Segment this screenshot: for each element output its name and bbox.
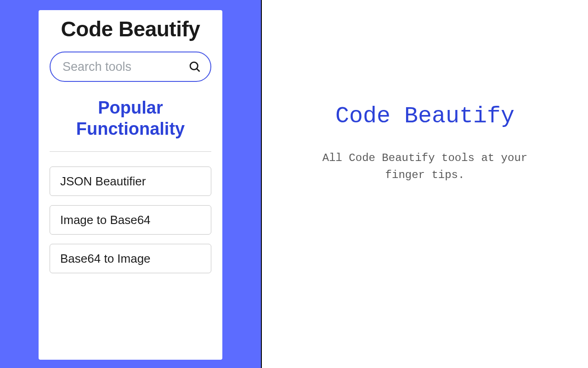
divider xyxy=(50,151,211,152)
search-wrapper xyxy=(50,52,211,82)
tool-image-to-base64[interactable]: Image to Base64 xyxy=(50,205,211,235)
hero-panel: Code Beautify All Code Beautify tools at… xyxy=(262,0,588,368)
hero-subtitle: All Code Beautify tools at your finger t… xyxy=(301,150,549,184)
hero-title: Code Beautify xyxy=(335,103,514,129)
tool-list: JSON Beautifier Image to Base64 Base64 t… xyxy=(50,167,211,273)
tool-label: JSON Beautifier xyxy=(60,174,146,189)
tool-label: Image to Base64 xyxy=(60,213,151,227)
tool-base64-to-image[interactable]: Base64 to Image xyxy=(50,244,211,273)
showcase-panel: Code Beautify Popular Functionality JSON… xyxy=(0,0,262,368)
tool-label: Base64 to Image xyxy=(60,252,151,266)
app-title: Code Beautify xyxy=(61,17,200,41)
section-heading: Popular Functionality xyxy=(50,98,211,139)
phone-preview-card: Code Beautify Popular Functionality JSON… xyxy=(39,10,222,360)
tool-json-beautifier[interactable]: JSON Beautifier xyxy=(50,167,211,196)
search-input[interactable] xyxy=(50,52,211,82)
